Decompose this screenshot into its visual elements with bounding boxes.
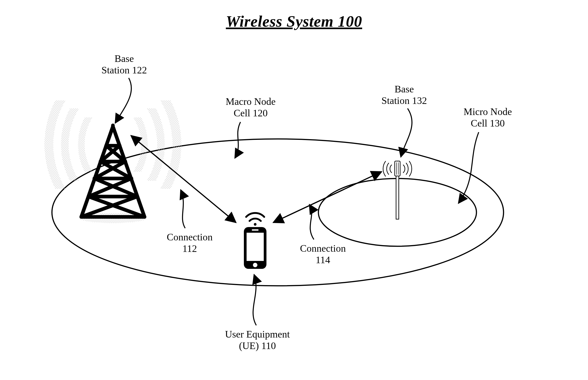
diagram-canvas: Wireless System 100 Base Station 122 Mac… xyxy=(0,0,588,380)
diagram-svg xyxy=(0,0,588,380)
svg-point-26 xyxy=(253,263,257,267)
leader-conn-112 xyxy=(181,190,185,228)
leader-base-122 xyxy=(115,78,131,123)
micro-tower-icon xyxy=(383,161,412,219)
svg-rect-25 xyxy=(247,233,264,261)
svg-rect-19 xyxy=(396,175,399,219)
svg-rect-27 xyxy=(252,229,258,231)
connection-114-line xyxy=(273,172,382,223)
leader-conn-114 xyxy=(309,205,314,240)
leader-base-132 xyxy=(401,108,412,157)
svg-point-23 xyxy=(254,223,257,226)
svg-rect-20 xyxy=(395,161,400,176)
leader-ue xyxy=(253,274,256,325)
phone-icon xyxy=(244,213,266,269)
macro-tower-icon xyxy=(44,100,181,223)
svg-point-18 xyxy=(111,124,115,127)
